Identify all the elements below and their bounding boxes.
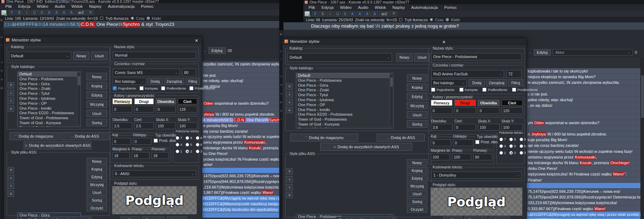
menu-item[interactable]: Pomoc	[441, 5, 460, 10]
subtitle-row[interactable]: ym Oden wspominał w swoim dzienniku?	[527, 120, 640, 126]
radio-icon[interactable]	[196, 150, 199, 153]
scroll-down-icon[interactable]: ⌄	[390, 125, 393, 128]
checkbox-icon[interactable]	[431, 88, 435, 92]
color-swatch-obwódka[interactable]: Obwódka	[156, 98, 176, 104]
edit-button[interactable]: Edytuj	[209, 47, 226, 54]
color-swatch-pierwszy[interactable]: Pierwszy	[431, 100, 452, 106]
value-input[interactable]: 0	[455, 124, 476, 131]
menu-item[interactable]: Audio	[355, 5, 371, 10]
shield-icon[interactable]: ⛨	[391, 11, 397, 17]
subtitle-row[interactable]: kuje porażkę Big Mom!	[527, 137, 640, 143]
subtitle-row[interactable]	[202, 90, 279, 95]
subtitle-row[interactable]: 1475)\pos(944.902,878.056)}Rozstrzygnięc…	[202, 179, 279, 185]
move-top-icon[interactable]: ⇈	[8, 167, 14, 173]
align-button-3[interactable]: A	[61, 10, 67, 15]
move-bottom-icon[interactable]: ⇊	[286, 192, 293, 198]
chevron-down-icon[interactable]: ⌄	[529, 51, 532, 54]
catalog-styles-list[interactable]: ⌃ ⌄ DefaultOne Piece - PodstawowaOne Pie…	[17, 71, 81, 127]
video-icon[interactable]: ▶	[280, 33, 282, 36]
style-list-item[interactable]: Tower of God - Kursywa	[296, 122, 390, 127]
checkbox-icon[interactable]	[512, 88, 516, 92]
audio-icon[interactable]: ♪	[1, 27, 2, 30]
color-swatch-cień[interactable]: Cień	[178, 98, 198, 104]
add-to-all-button[interactable]: ⇊Dodaj do wszystkich otwartych ASS	[24, 142, 92, 149]
font-size-input[interactable]: 80	[182, 69, 196, 76]
move-up-icon[interactable]: ∧	[8, 175, 14, 181]
add-to-storage-button[interactable]: ⌃Dodaj do magazynu	[290, 134, 358, 142]
align-button-1[interactable]: A	[349, 11, 356, 17]
style-action-button[interactable]: Usuń	[407, 190, 427, 197]
font-catalog-dropdown[interactable]: Bez katalogu⌄	[113, 78, 146, 85]
grid-icon[interactable]: ▤	[0, 36, 3, 39]
radio-icon[interactable]	[176, 136, 179, 140]
subtitle-row[interactable]: e porażkę Big Mom!	[202, 123, 279, 129]
catalog-dropdown[interactable]: Default⌄	[287, 53, 392, 62]
style-action-button[interactable]: Kopiuj	[87, 82, 107, 90]
value-input[interactable]: 0	[478, 107, 499, 114]
radio-icon[interactable]	[520, 144, 523, 148]
subtitle-row[interactable]: n Joyboya \N i 800 lat temu popełnił zbr…	[527, 131, 640, 137]
italic-toggle[interactable]: I	[327, 11, 333, 17]
move-down-icon[interactable]: ∨	[286, 99, 293, 105]
align-button-4[interactable]: A	[68, 10, 75, 15]
subtitle-row[interactable]: yboya \N i 800 lat temu popełnił zbrodni…	[202, 112, 279, 117]
style-list-item[interactable]: Default	[18, 72, 81, 77]
scrollbar-thumb[interactable]	[390, 77, 393, 87]
style-list-item[interactable]: Tower of God - Podstawowa	[296, 117, 390, 122]
style-list-item[interactable]: One Piece - Tytuł	[296, 93, 390, 98]
value-input[interactable]: 100	[502, 124, 523, 131]
subtitle-row[interactable]	[202, 106, 279, 112]
subtitle-row[interactable]: amisenu wygrywana przez Komurasaki,	[527, 154, 640, 160]
right-edit-textbox[interactable]: Dlaczego niby miałbym się bać \N zaklęć …	[283, 22, 644, 30]
add-to-ass-button[interactable]: ⌄Dodaj do ASS	[60, 132, 110, 140]
apply-button[interactable]: Zastosuj	[142, 217, 164, 219]
cancel-button[interactable]: Anuluj	[166, 217, 187, 219]
shield-icon[interactable]: ⛨	[87, 10, 94, 15]
font-add-button[interactable]: Dodaj	[469, 79, 485, 86]
style-action-button[interactable]: Oczyść	[407, 206, 427, 213]
catalog-new-button[interactable]: Nowy	[73, 52, 89, 60]
menu-item[interactable]: Wideo	[34, 4, 52, 9]
list-scrollbar[interactable]: ⌃ ⌄	[77, 72, 81, 127]
value-input[interactable]: 0	[133, 138, 151, 145]
style-action-button[interactable]: Sortuj	[87, 119, 107, 126]
close-dialog-button[interactable]: Zamknij	[31, 217, 51, 219]
checkbox-icon[interactable]	[140, 86, 144, 90]
style-action-button[interactable]: Wczytaj	[407, 102, 427, 109]
value-input[interactable]: 0	[453, 139, 473, 146]
scroll-up-icon[interactable]: ⌃	[77, 72, 81, 75]
checkbox-icon[interactable]	[154, 139, 158, 143]
alignment-radio-3[interactable]: 3	[196, 149, 202, 153]
style-list-item[interactable]: One Piece - Góra	[296, 83, 390, 88]
scroll-down-icon[interactable]: ⌄	[77, 123, 81, 127]
scrollbar-thumb[interactable]	[641, 75, 644, 118]
subtitle-row[interactable]: mściwego ducha \N klanu Kozuki, przeraża…	[202, 145, 279, 151]
subtitle-row[interactable]: 333,219.667)}Wybrzmiewa księżycowa księż…	[527, 200, 640, 206]
style-action-button[interactable]: Wczytaj	[87, 181, 107, 188]
style-list-item[interactable]: One Piece - OP	[296, 103, 390, 108]
style-list-item[interactable]: One Piece ED20 - Podstawowa	[18, 111, 77, 116]
font-filter-button[interactable]: Filtruj	[186, 78, 200, 85]
add-to-storage-button[interactable]: ⌃Dodaj do magazynu	[10, 132, 58, 140]
subtitle-row[interactable]: ku One Piece!	[202, 151, 279, 157]
align-button-2[interactable]: A	[53, 10, 60, 15]
subtitle-row[interactable]: 75,1475)\pos(944.902,878.056)}Rozstrzygn…	[527, 194, 640, 200]
menu-item[interactable]: Automatyzacja	[105, 4, 137, 9]
alignment-radio-7[interactable]: 7	[499, 137, 506, 141]
dialog-titlebar[interactable]: Menedżer stylów ✕	[282, 38, 526, 45]
menu-item[interactable]: Pomoc	[138, 4, 157, 9]
bold-button[interactable]: F	[312, 11, 318, 17]
subtitle-row[interactable]: nienie ojczyzny wielu ludzi \N wchodzi w…	[527, 149, 640, 154]
style-action-button[interactable]: Edytuj	[87, 173, 107, 180]
value-input[interactable]: 3.8	[431, 124, 452, 131]
swap-icon[interactable]: ⇅	[1, 61, 3, 64]
subtitle-row[interactable]: siężycowa księżniczka! \N Finałowa część…	[527, 171, 640, 177]
subtitle-row[interactable]	[527, 86, 640, 91]
subtitle-row[interactable]: Piratów!	[527, 177, 640, 183]
catalog-styles-list[interactable]: ⌃ ⌄ DefaultOne Piece - PodstawowaOne Pie…	[296, 73, 393, 128]
style-list-item[interactable]: One Piece - tytułowa	[18, 96, 77, 101]
close-dialog-button[interactable]: Zamknij	[335, 217, 356, 219]
style-action-button[interactable]: Sortuj	[87, 197, 107, 203]
font-add-button[interactable]: Dodaj	[147, 78, 163, 85]
value-input[interactable]: 18	[152, 152, 169, 159]
